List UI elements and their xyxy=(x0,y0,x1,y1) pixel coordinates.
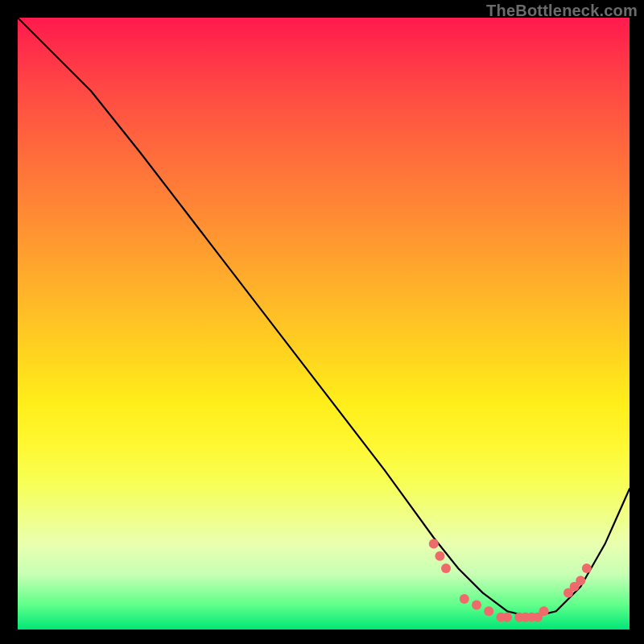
chart-plot-area xyxy=(18,18,630,630)
marker-dot xyxy=(460,594,469,604)
chart-frame: TheBottleneck.com xyxy=(0,0,644,644)
marker-dot xyxy=(576,576,585,585)
marker-dot xyxy=(521,613,530,622)
curve-line xyxy=(18,18,630,617)
marker-dot xyxy=(570,582,580,592)
marker-dot xyxy=(472,601,481,610)
marker-dot xyxy=(484,606,493,616)
watermark-text: TheBottleneck.com xyxy=(486,2,638,20)
marker-dot xyxy=(429,539,439,549)
marker-dot xyxy=(564,588,573,597)
marker-dot xyxy=(435,551,444,561)
marker-dot xyxy=(526,613,536,622)
marker-dot xyxy=(502,613,512,622)
marker-dot xyxy=(533,613,543,622)
marker-dot xyxy=(514,613,524,622)
marker-group xyxy=(429,539,592,622)
marker-dot xyxy=(441,564,451,573)
chart-svg xyxy=(18,18,630,630)
marker-dot xyxy=(539,606,549,616)
marker-dot xyxy=(496,613,506,622)
marker-dot xyxy=(582,564,592,573)
